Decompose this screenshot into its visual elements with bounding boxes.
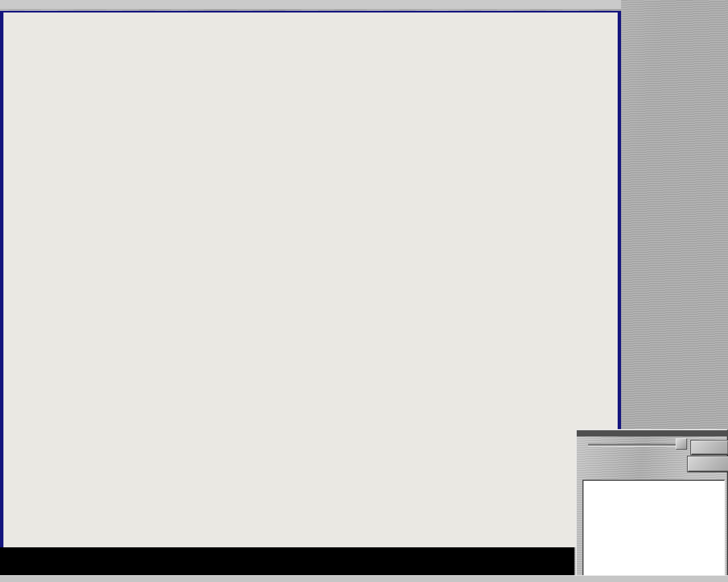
gelaende-button[interactable] [687, 456, 728, 472]
playback-panel [576, 429, 728, 577]
timeline-slider-handle[interactable] [676, 438, 687, 450]
application-window [0, 0, 728, 582]
playback-panel-titlebar[interactable] [577, 430, 727, 436]
karte-button[interactable] [690, 440, 728, 455]
topographic-map[interactable] [3, 13, 618, 547]
timeline-slider-track[interactable] [588, 444, 677, 447]
map-viewport[interactable] [3, 13, 618, 547]
menu-bar [0, 0, 621, 10]
chat-status-bar[interactable] [0, 575, 728, 582]
chat-log[interactable] [0, 547, 574, 575]
events-list[interactable] [582, 480, 725, 576]
